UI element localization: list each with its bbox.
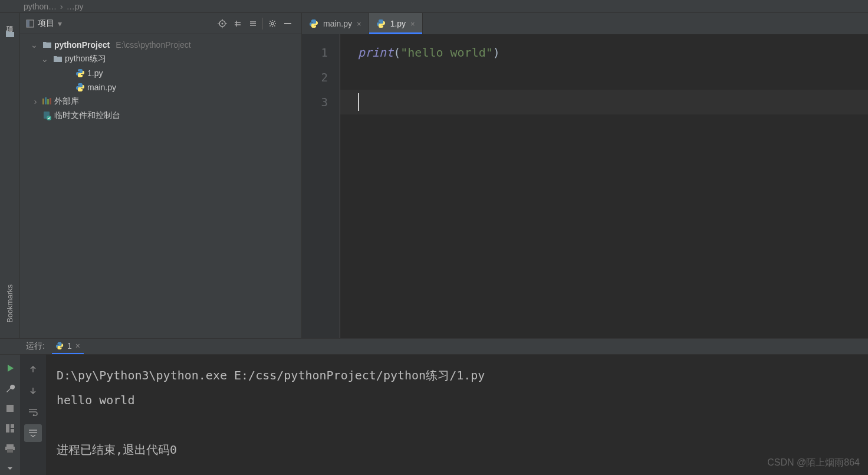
hide-panel-icon[interactable] <box>280 16 295 31</box>
folder-icon <box>42 40 52 50</box>
libs-icon <box>42 97 52 106</box>
tree-folder[interactable]: ⌄ python练习 <box>20 52 301 66</box>
locate-icon[interactable] <box>215 16 230 31</box>
python-file-icon <box>75 68 85 78</box>
chevron-down-icon[interactable]: ⌄ <box>31 40 40 50</box>
more-icon[interactable] <box>2 461 18 475</box>
tab-label: 1.py <box>390 19 406 28</box>
tree-scratches[interactable]: 临时文件和控制台 <box>20 109 301 123</box>
console-line: 进程已结束,退出代码0 <box>57 437 857 462</box>
breadcrumb: python… › …py <box>0 0 868 13</box>
chevron-right-icon[interactable]: › <box>31 97 40 106</box>
tree-external-libs[interactable]: › 外部库 <box>20 94 301 109</box>
svg-rect-11 <box>45 97 47 104</box>
svg-rect-13 <box>50 98 51 104</box>
close-icon[interactable]: × <box>357 19 361 28</box>
breadcrumb-item[interactable]: python… <box>24 2 57 11</box>
run-left-toolbar <box>0 355 20 475</box>
run-play-button[interactable] <box>2 361 18 376</box>
print-icon[interactable] <box>2 441 18 456</box>
tree-file[interactable]: main.py <box>20 80 301 94</box>
expand-all-icon[interactable] <box>230 16 245 31</box>
project-tree: ⌄ pythonProject E:\css\pythonProject ⌄ p… <box>20 34 301 126</box>
tree-root[interactable]: ⌄ pythonProject E:\css\pythonProject <box>20 38 301 52</box>
svg-point-3 <box>222 22 223 24</box>
run-label: 运行: <box>26 341 45 352</box>
watermark: CSDN @陌上烟雨864 <box>767 457 860 469</box>
project-header: 项目 ▾ <box>20 13 301 34</box>
gear-icon[interactable] <box>265 16 280 31</box>
tree-file[interactable]: 1.py <box>20 66 301 80</box>
code-editor[interactable]: 1 2 3 print("hello world") <box>302 34 868 338</box>
scroll-to-end-icon[interactable] <box>24 424 42 442</box>
panel-icon <box>26 19 34 28</box>
close-icon[interactable]: × <box>75 341 80 350</box>
folder-icon[interactable] <box>5 30 15 39</box>
run-console[interactable]: D:\py\Python3\python.exe E:/css/pythonPr… <box>46 355 868 475</box>
svg-rect-22 <box>7 449 13 453</box>
breadcrumb-item[interactable]: …py <box>67 2 84 11</box>
svg-rect-19 <box>11 429 14 433</box>
code-line[interactable]: print("hello world") <box>358 40 868 65</box>
python-file-icon <box>376 19 386 28</box>
tree-label: 1.py <box>87 68 103 78</box>
wrench-icon[interactable] <box>2 381 18 396</box>
stop-button[interactable] <box>2 401 18 416</box>
line-number: 2 <box>302 65 340 90</box>
console-line: D:\py\Python3\python.exe E:/css/pythonPr… <box>57 363 857 388</box>
rail-bookmarks[interactable]: Bookmarks <box>5 281 14 326</box>
svg-rect-18 <box>11 424 14 428</box>
soft-wrap-icon[interactable] <box>24 403 42 421</box>
project-name: pythonProject <box>54 40 110 50</box>
run-tab[interactable]: 1 × <box>52 339 84 354</box>
project-path: E:\css\pythonProject <box>116 40 191 50</box>
tab-label: main.py <box>323 19 352 28</box>
close-icon[interactable]: × <box>410 19 415 28</box>
line-number: 3 <box>302 90 340 114</box>
gutter: 1 2 3 <box>302 34 340 338</box>
editor-area: main.py × 1.py × 1 2 3 print("hello worl… <box>302 13 868 338</box>
tree-label: main.py <box>87 83 116 92</box>
chevron-down-icon[interactable]: ▾ <box>58 19 62 28</box>
tab-main-py[interactable]: main.py × <box>302 13 369 34</box>
python-file-icon <box>75 83 85 92</box>
tree-label: 临时文件和控制台 <box>54 110 120 121</box>
left-tool-rail: 项目 Bookmarks <box>0 13 20 338</box>
svg-point-15 <box>47 116 51 120</box>
python-file-icon <box>309 19 318 28</box>
run-tabbar: 运行: 1 × <box>0 339 868 355</box>
svg-rect-16 <box>6 405 14 412</box>
tree-label: python练习 <box>65 54 106 64</box>
run-tab-label: 1 <box>67 341 72 350</box>
up-arrow-icon[interactable] <box>24 361 42 378</box>
svg-rect-20 <box>6 444 14 447</box>
tree-label: 外部库 <box>54 96 79 107</box>
svg-rect-17 <box>6 424 9 433</box>
collapse-all-icon[interactable] <box>245 16 261 31</box>
svg-rect-10 <box>42 99 44 104</box>
run-panel: 运行: 1 × D:\py\Python3\python.exe E:/css/… <box>0 338 868 475</box>
down-arrow-icon[interactable] <box>24 382 42 399</box>
scratches-icon <box>42 111 52 120</box>
project-title: 项目 <box>38 18 54 29</box>
chevron-down-icon[interactable]: ⌄ <box>41 54 51 64</box>
svg-rect-9 <box>284 23 291 24</box>
editor-tabbar: main.py × 1.py × <box>302 13 868 34</box>
python-file-icon <box>55 342 64 350</box>
project-panel: 项目 ▾ ⌄ pythonProject E:\css\pythonProjec… <box>20 13 302 338</box>
svg-point-8 <box>271 22 274 25</box>
line-number: 1 <box>302 40 340 65</box>
console-line: hello world <box>57 388 857 412</box>
tab-1-py[interactable]: 1.py × <box>369 13 423 34</box>
run-nav-toolbar <box>20 355 46 475</box>
layout-icon[interactable] <box>2 421 18 436</box>
svg-rect-12 <box>47 99 49 104</box>
rail-project[interactable]: 项目 <box>5 17 15 24</box>
svg-rect-1 <box>27 20 29 27</box>
folder-icon <box>53 54 63 64</box>
